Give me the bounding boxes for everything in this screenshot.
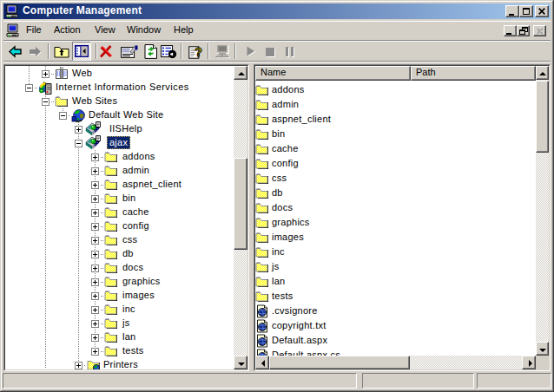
svg-text:?: ? [195, 45, 202, 59]
